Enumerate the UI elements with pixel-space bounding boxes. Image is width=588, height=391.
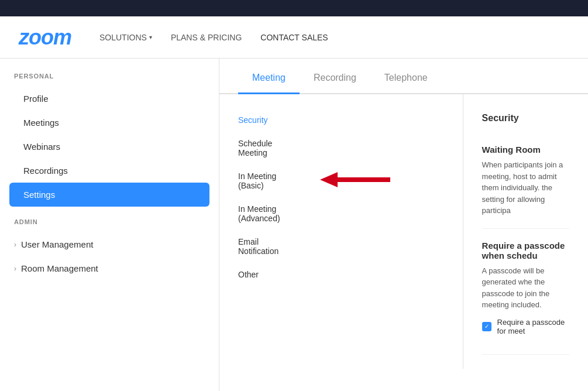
sidebar-item-profile[interactable]: Profile [0,87,219,111]
require-passcode-checkbox[interactable] [482,322,491,331]
in-meeting-basic-annotation-arrow [320,171,390,191]
svg-marker-1 [320,172,390,187]
tab-telephone[interactable]: Telephone [370,59,442,94]
subnav-in-meeting-basic-container: In Meeting (Basic) [238,164,280,197]
subnav-other[interactable]: Other [238,263,280,286]
sidebar-item-settings[interactable]: Settings [9,183,209,207]
nav-plans-pricing[interactable]: PLANS & PRICING [171,33,242,42]
sidebar-item-meetings[interactable]: Meetings [0,111,219,135]
zoom-logo[interactable]: zoom [19,25,71,50]
sidebar-item-webinars[interactable]: Webinars [0,135,219,159]
require-passcode-checkbox-row[interactable]: Require a passcode for meet [482,311,569,342]
settings-tabs: Meeting Recording Telephone [219,59,588,94]
content-area: Security Schedule Meeting In Meeting (Ba… [219,94,588,369]
require-passcode-desc: A passcode will be generated whe the pas… [482,265,569,311]
subnav-schedule-meeting[interactable]: Schedule Meeting [238,132,280,164]
setting-waiting-room: Waiting Room When participants join a me… [482,133,569,229]
sidebar-item-recordings[interactable]: Recordings [0,159,219,183]
subnav-in-meeting-basic[interactable]: In Meeting (Basic) [238,164,280,197]
right-panel-title: Security [482,108,569,133]
room-management-chevron-icon: › [14,265,16,273]
user-management-chevron-icon: › [14,241,16,249]
sub-nav: Security Schedule Meeting In Meeting (Ba… [219,94,299,369]
header: zoom SOLUTIONS ▾ PLANS & PRICING CONTACT… [0,16,588,59]
sidebar-item-room-management[interactable]: › Room Management [0,256,219,280]
sidebar: PERSONAL Profile Meetings Webinars Recor… [0,59,219,391]
subnav-in-meeting-advanced[interactable]: In Meeting (Advanced) [238,197,280,230]
subnav-email-notification[interactable]: Email Notification [238,230,280,263]
solutions-chevron-icon: ▾ [149,34,152,40]
require-passcode-title: Require a passcode when schedu [482,241,569,260]
tab-meeting[interactable]: Meeting [238,59,300,94]
subnav-security[interactable]: Security [238,108,280,132]
waiting-room-title: Waiting Room [482,145,569,155]
nav-contact-sales[interactable]: CONTACT SALES [260,33,328,42]
main-nav: SOLUTIONS ▾ PLANS & PRICING CONTACT SALE… [99,33,328,42]
top-bar [0,0,588,16]
right-panel: Security Waiting Room When participants … [463,94,588,369]
sidebar-section-personal: PERSONAL [0,73,219,87]
nav-solutions[interactable]: SOLUTIONS ▾ [99,33,152,42]
layout: PERSONAL Profile Meetings Webinars Recor… [0,59,588,391]
waiting-room-desc: When participants join a meeting, host t… [482,159,569,217]
setting-require-passcode: Require a passcode when schedu A passcod… [482,229,569,355]
sidebar-item-user-management[interactable]: › User Management [0,232,219,256]
main-content: Meeting Recording Telephone Security Sch… [219,59,588,391]
require-passcode-checkbox-label: Require a passcode for meet [497,318,569,335]
tab-recording[interactable]: Recording [300,59,370,94]
sidebar-section-admin: ADMIN [0,218,219,232]
